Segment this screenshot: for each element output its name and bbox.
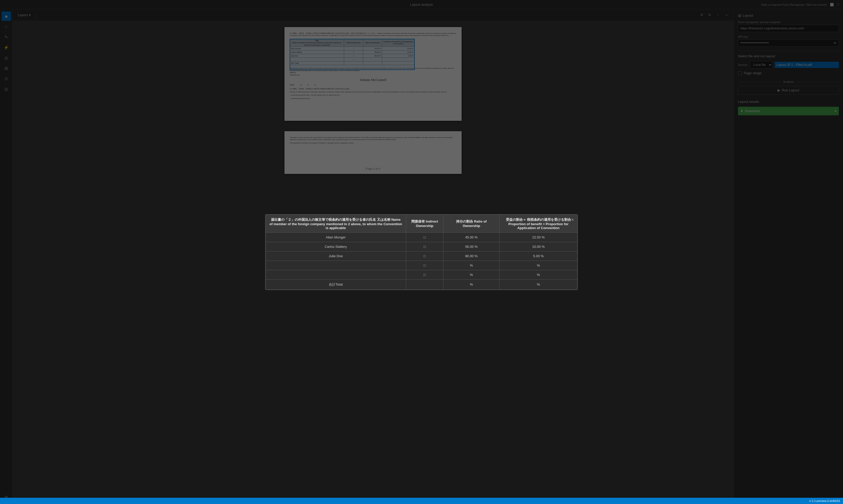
- cell-checkbox: □: [406, 251, 443, 260]
- cell-ratio: %: [443, 279, 499, 289]
- col-header-ratio: 持分の割合 Ratio of Ownership: [443, 215, 499, 233]
- cell-name: Julie Doe: [266, 251, 406, 260]
- modal-dialog: × 届出書の「２」の外国法人の株主等で税条約の適用を受ける者の氏名 又は名称 N…: [265, 214, 578, 290]
- cell-checkbox: □: [406, 233, 443, 242]
- version-text: ≡ 2.1-preview.3-dcfb033: [809, 499, 840, 502]
- cell-benefit: 10.00 %: [499, 242, 577, 251]
- cell-benefit: %: [499, 270, 577, 279]
- cell-name: Carlos Slattery: [266, 242, 406, 251]
- table-header-row: 届出書の「２」の外国法人の株主等で税条約の適用を受ける者の氏名 又は名称 Nam…: [266, 215, 578, 233]
- cell-name: [266, 260, 406, 270]
- cell-ratio: 80.00 %: [443, 251, 499, 260]
- cell-name: 合計Total: [266, 279, 406, 289]
- cell-benefit: %: [499, 279, 577, 289]
- cell-checkbox: □: [406, 270, 443, 279]
- cell-name: Allan Munger: [266, 233, 406, 242]
- modal-overlay[interactable]: × 届出書の「２」の外国法人の株主等で税条約の適用を受ける者の氏名 又は名称 N…: [0, 0, 843, 504]
- cell-checkbox: □: [406, 260, 443, 270]
- col-header-indirect: 間接保有 Indirect Ownership: [406, 215, 443, 233]
- table-row: □ % %: [266, 260, 578, 270]
- cell-ratio: %: [443, 270, 499, 279]
- modal-close-button[interactable]: ×: [571, 217, 574, 222]
- statusbar: ≡ 2.1-preview.3-dcfb033: [0, 498, 843, 504]
- cell-checkbox: □: [406, 242, 443, 251]
- cell-ratio: %: [443, 260, 499, 270]
- cell-benefit: 22.00 %: [499, 233, 577, 242]
- cell-ratio: 56.00 %: [443, 242, 499, 251]
- table-row: □ % %: [266, 270, 578, 279]
- cell-benefit: %: [499, 260, 577, 270]
- table-row: 合計Total % %: [266, 279, 578, 289]
- table-row: Julie Doe □ 80.00 % 5.00 %: [266, 251, 578, 260]
- modal-table-body: Allan Munger □ 45.00 % 22.00 % Carlos Sl…: [266, 233, 578, 289]
- modal-table: 届出書の「２」の外国法人の株主等で税条約の適用を受ける者の氏名 又は名称 Nam…: [265, 215, 578, 290]
- table-row: Carlos Slattery □ 56.00 % 10.00 %: [266, 242, 578, 251]
- col-header-benefit: 受益の割合＝ 税税条約の適用を受ける割合 Proportion of benef…: [499, 215, 577, 233]
- table-row: Allan Munger □ 45.00 % 22.00 %: [266, 233, 578, 242]
- cell-checkbox: [406, 279, 443, 289]
- col-header-name: 届出書の「２」の外国法人の株主等で税条約の適用を受ける者の氏名 又は名称 Nam…: [266, 215, 406, 233]
- cell-ratio: 45.00 %: [443, 233, 499, 242]
- cell-benefit: 5.00 %: [499, 251, 577, 260]
- cell-name: [266, 270, 406, 279]
